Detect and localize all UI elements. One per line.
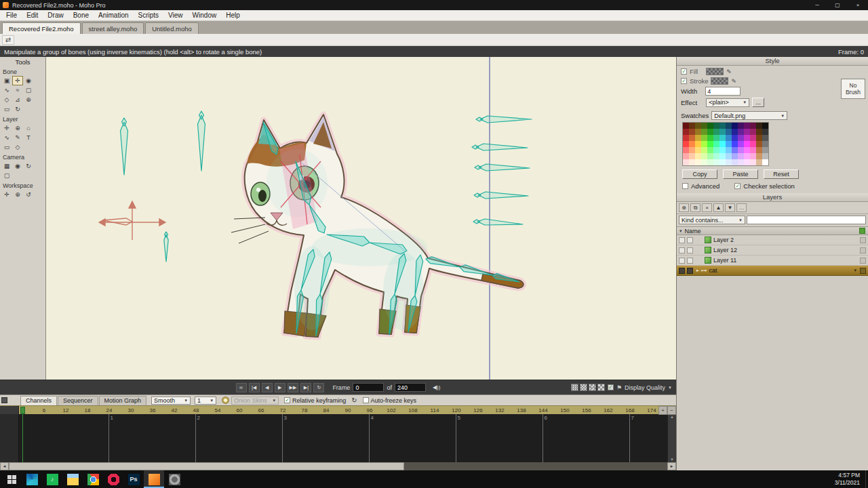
fill-edit-icon[interactable]: ✎ xyxy=(726,68,732,75)
transport-button[interactable]: ▶▶ xyxy=(288,383,299,392)
palette-swatch[interactable] xyxy=(750,141,756,147)
palette-swatch[interactable] xyxy=(726,123,732,129)
display-quality-dropdown[interactable]: Display Quality ▼ xyxy=(625,384,672,391)
swatches-dropdown[interactable]: Default.png ▼ xyxy=(711,111,787,120)
layer-dropdown-icon[interactable]: ▾ xyxy=(854,268,856,273)
palette-swatch[interactable] xyxy=(732,153,738,159)
palette-swatch[interactable] xyxy=(762,159,768,165)
palette-swatch[interactable] xyxy=(738,153,744,159)
palette-swatch[interactable] xyxy=(701,123,707,129)
timeline-tab[interactable]: Sequencer xyxy=(58,396,98,405)
palette-swatch[interactable] xyxy=(750,129,756,135)
document-tab[interactable]: Untitled.moho ✎ xyxy=(145,22,199,34)
palette-swatch[interactable] xyxy=(756,159,762,165)
palette-swatch[interactable] xyxy=(713,153,719,159)
document-tab[interactable]: Recovered File2.moho ✎ xyxy=(2,22,81,34)
camera-tool-button[interactable]: ◉ xyxy=(12,161,23,171)
palette-swatch[interactable] xyxy=(689,147,695,153)
palette-swatch[interactable] xyxy=(726,129,732,135)
palette-swatch[interactable] xyxy=(683,159,689,165)
palette-swatch[interactable] xyxy=(744,135,750,141)
layer-tool-button[interactable]: ∿ xyxy=(1,133,12,142)
palette-swatch[interactable] xyxy=(762,153,768,159)
taskbar-clock[interactable]: 4:57 PM 3/11/2021 xyxy=(835,472,865,487)
palette-swatch[interactable] xyxy=(701,153,707,159)
camera-tool-button[interactable]: ↻ xyxy=(23,161,34,171)
palette-swatch[interactable] xyxy=(701,159,707,165)
bone-tool-button[interactable]: ✛ xyxy=(12,76,23,85)
stroke-edit-icon[interactable]: ✎ xyxy=(731,78,736,85)
palette-swatch[interactable] xyxy=(707,153,713,159)
width-input[interactable]: 4 xyxy=(705,87,741,96)
timeline-options-icon[interactable] xyxy=(1,397,7,403)
taskbar-app-button[interactable] xyxy=(164,470,184,488)
menu-item[interactable]: Edit xyxy=(22,11,43,20)
layer-row[interactable]: ▸ ⊶ cat ▾ xyxy=(677,266,868,276)
palette-swatch[interactable] xyxy=(689,123,695,129)
palette-swatch[interactable] xyxy=(695,141,701,147)
palette-swatch[interactable] xyxy=(695,129,701,135)
quality-checkbox[interactable]: ✓ xyxy=(608,384,614,390)
timeline-tab[interactable]: Motion Graph xyxy=(99,396,147,405)
timeline-tab[interactable]: Channels xyxy=(20,396,57,405)
palette-swatch[interactable] xyxy=(707,135,713,141)
palette-swatch[interactable] xyxy=(701,135,707,141)
palette-swatch[interactable] xyxy=(732,123,738,129)
layer-visibility-checkbox[interactable] xyxy=(679,258,685,264)
layer-tool-button[interactable]: ✎ xyxy=(12,133,23,142)
taskbar-app-button[interactable] xyxy=(22,470,42,488)
layer-extra-box[interactable] xyxy=(860,247,866,253)
onion-skins-dropdown[interactable]: Onion Skins ▼ xyxy=(231,396,279,405)
palette-swatch[interactable] xyxy=(713,141,719,147)
maximize-button[interactable]: ▢ xyxy=(827,0,848,10)
paste-button[interactable]: Paste xyxy=(723,169,758,179)
palette-swatch[interactable] xyxy=(738,141,744,147)
copy-button[interactable]: Copy xyxy=(682,169,717,179)
palette-swatch[interactable] xyxy=(756,135,762,141)
layer-extra-box[interactable] xyxy=(860,268,866,274)
palette-swatch[interactable] xyxy=(695,147,701,153)
layers-toolbar-button[interactable]: × xyxy=(702,203,712,212)
palette-swatch[interactable] xyxy=(756,129,762,135)
palette-swatch[interactable] xyxy=(750,159,756,165)
palette-swatch[interactable] xyxy=(719,135,726,141)
menu-item[interactable]: Animation xyxy=(94,11,133,20)
palette-swatch[interactable] xyxy=(713,123,719,129)
layer-tool-button[interactable]: T xyxy=(23,133,34,142)
menu-item[interactable]: Bone xyxy=(68,11,94,20)
palette-swatch[interactable] xyxy=(738,159,744,165)
zoom-out-icon[interactable]: − xyxy=(667,406,676,415)
stroke-checkbox[interactable]: ✓ xyxy=(681,78,687,84)
bone-tool-button[interactable]: ⊿ xyxy=(12,95,23,104)
canvas[interactable] xyxy=(46,57,676,380)
palette-swatch[interactable] xyxy=(738,147,744,153)
palette-swatch[interactable] xyxy=(689,141,695,147)
palette-swatch[interactable] xyxy=(762,123,768,129)
camera-tool-button[interactable]: ▦ xyxy=(1,161,12,171)
kind-filter-dropdown[interactable]: Kind contains... ▼ xyxy=(679,216,745,224)
advanced-checkbox[interactable] xyxy=(682,183,688,189)
palette-swatch[interactable] xyxy=(762,135,768,141)
transport-button[interactable]: ▶ xyxy=(275,383,285,392)
menu-item[interactable]: Help xyxy=(221,11,245,20)
palette-swatch[interactable] xyxy=(713,147,719,153)
palette-swatch[interactable] xyxy=(695,123,701,129)
layer-tool-button[interactable]: ⌂ xyxy=(23,123,34,133)
palette-swatch[interactable] xyxy=(713,129,719,135)
palette-swatch[interactable] xyxy=(719,129,726,135)
scrollbar-track[interactable] xyxy=(9,462,667,470)
effect-more-button[interactable]: ... xyxy=(752,98,764,107)
palette-swatch[interactable] xyxy=(707,123,713,129)
palette-swatch[interactable] xyxy=(719,141,726,147)
frame-input[interactable]: 0 xyxy=(353,383,384,392)
timeline-ruler[interactable]: 6121824303642485460667278849096102108114… xyxy=(0,405,676,414)
palette-swatch[interactable] xyxy=(762,147,768,153)
end-frame-input[interactable]: 240 xyxy=(395,383,426,392)
timeline-tracks[interactable]: 1 2 3 4 xyxy=(0,414,676,462)
palette-swatch[interactable] xyxy=(726,141,732,147)
palette-swatch[interactable] xyxy=(744,123,750,129)
layer-color-swatch[interactable] xyxy=(859,228,865,234)
palette-swatch[interactable] xyxy=(756,141,762,147)
flip-tool-button[interactable]: ⇄ xyxy=(2,35,14,45)
quality-preset-button[interactable] xyxy=(571,384,578,391)
